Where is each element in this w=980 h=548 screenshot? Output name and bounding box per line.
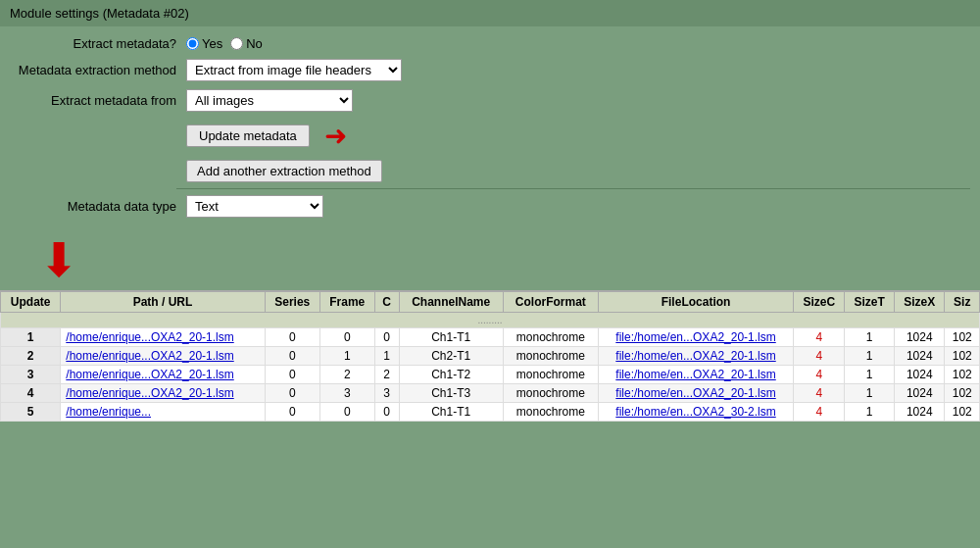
path-cell-3[interactable]: /home/enrique...OXA2_20-1.lsm — [61, 366, 265, 384]
dotted-separator: ......... — [1, 313, 980, 328]
sizex-cell-4: 1024 — [895, 384, 945, 403]
frame-cell-1: 0 — [319, 328, 374, 347]
size-header: Siz — [945, 292, 980, 313]
right-arrow-icon: ➜ — [324, 120, 347, 152]
c-cell-2: 1 — [374, 347, 399, 366]
series-cell-3: 0 — [265, 366, 319, 384]
yes-radio-label[interactable]: Yes — [186, 36, 222, 51]
extract-metadata-row: Extract metadata? Yes No — [0, 36, 980, 51]
data-table: Update Path / URL Series Frame C Channel… — [0, 291, 980, 422]
down-arrow-container: ⬇ — [0, 237, 980, 284]
divider — [176, 188, 970, 189]
extract-metadata-options: Yes No — [186, 36, 263, 51]
channel-cell-3: Ch1-T2 — [399, 366, 503, 384]
colorformat-cell-2: monochrome — [503, 347, 598, 366]
rest-cell-3: 102 — [945, 366, 980, 384]
module-title: Module settings (Metadata #02) — [0, 0, 980, 26]
extraction-method-row: Metadata extraction method Extract from … — [0, 59, 980, 81]
path-cell-5[interactable]: /home/enrique... — [61, 403, 265, 422]
channel-cell-1: Ch1-T1 — [399, 328, 503, 347]
table-body: 1 /home/enrique...OXA2_20-1.lsm 0 0 0 Ch… — [1, 328, 980, 422]
frame-header: Frame — [319, 292, 374, 313]
rest-cell-5: 102 — [945, 403, 980, 422]
table-header-row: Update Path / URL Series Frame C Channel… — [1, 292, 980, 313]
table-row: 2 /home/enrique...OXA2_20-1.lsm 0 1 1 Ch… — [1, 347, 980, 366]
c-cell-4: 3 — [374, 384, 399, 403]
sizet-cell-3: 1 — [845, 366, 895, 384]
series-cell-1: 0 — [265, 328, 319, 347]
table-row: 1 /home/enrique...OXA2_20-1.lsm 0 0 0 Ch… — [1, 328, 980, 347]
extract-from-row: Extract metadata from All images Selecte… — [0, 89, 980, 112]
sizec-cell-2: 4 — [794, 347, 845, 366]
yes-radio[interactable] — [186, 37, 199, 50]
fileloc-cell-3[interactable]: file:/home/en...OXA2_20-1.lsm — [598, 366, 793, 384]
filelocation-header: FileLocation — [598, 292, 793, 313]
table-row: 3 /home/enrique...OXA2_20-1.lsm 0 2 2 Ch… — [1, 366, 980, 384]
colorformat-header: ColorFormat — [503, 292, 598, 313]
sizec-cell-4: 4 — [794, 384, 845, 403]
extract-from-label: Extract metadata from — [10, 93, 186, 108]
datatype-label: Metadata data type — [10, 199, 186, 214]
row-num-5: 5 — [1, 403, 61, 422]
sizec-cell-3: 4 — [794, 366, 845, 384]
channelname-header: ChannelName — [399, 292, 503, 313]
sizex-cell-1: 1024 — [895, 328, 945, 347]
fileloc-cell-4[interactable]: file:/home/en...OXA2_20-1.lsm — [598, 384, 793, 403]
dotted-row: ......... — [1, 313, 980, 328]
fileloc-cell-2[interactable]: file:/home/en...OXA2_20-1.lsm — [598, 347, 793, 366]
sizex-header: SizeX — [895, 292, 945, 313]
colorformat-cell-5: monochrome — [503, 403, 598, 422]
no-radio-label[interactable]: No — [230, 36, 263, 51]
extract-metadata-label: Extract metadata? — [10, 36, 186, 51]
frame-cell-4: 3 — [319, 384, 374, 403]
down-arrow-icon: ⬇ — [39, 237, 78, 284]
channel-cell-4: Ch1-T3 — [399, 384, 503, 403]
sizec-cell-5: 4 — [794, 403, 845, 422]
rest-cell-1: 102 — [945, 328, 980, 347]
sizec-header: SizeC — [794, 292, 845, 313]
sizex-cell-2: 1024 — [895, 347, 945, 366]
frame-cell-5: 0 — [319, 403, 374, 422]
update-header: Update — [1, 292, 61, 313]
update-metadata-button[interactable]: Update metadata — [186, 125, 310, 147]
fileloc-cell-5[interactable]: file:/home/en...OXA2_30-2.lsm — [598, 403, 793, 422]
row-num-4: 4 — [1, 384, 61, 403]
path-cell-4[interactable]: /home/enrique...OXA2_20-1.lsm — [61, 384, 265, 403]
series-cell-2: 0 — [265, 347, 319, 366]
row-num-1: 1 — [1, 328, 61, 347]
sizet-cell-4: 1 — [845, 384, 895, 403]
datatype-select[interactable]: Text Integer Float URL — [186, 195, 323, 218]
extraction-method-label: Metadata extraction method — [10, 63, 186, 77]
series-cell-4: 0 — [265, 384, 319, 403]
sizex-cell-3: 1024 — [895, 366, 945, 384]
add-extraction-row: Add another extraction method — [176, 160, 980, 182]
row-num-3: 3 — [1, 366, 61, 384]
c-cell-3: 2 — [374, 366, 399, 384]
no-label: No — [246, 36, 263, 51]
path-cell-2[interactable]: /home/enrique...OXA2_20-1.lsm — [61, 347, 265, 366]
colorformat-cell-4: monochrome — [503, 384, 598, 403]
add-extraction-button[interactable]: Add another extraction method — [186, 160, 382, 182]
datatype-row: Metadata data type Text Integer Float UR… — [0, 195, 980, 218]
row-num-2: 2 — [1, 347, 61, 366]
channel-cell-2: Ch2-T1 — [399, 347, 503, 366]
sizex-cell-5: 1024 — [895, 403, 945, 422]
series-header: Series — [265, 292, 319, 313]
channel-cell-5: Ch1-T1 — [399, 403, 503, 422]
table-row: 4 /home/enrique...OXA2_20-1.lsm 0 3 3 Ch… — [1, 384, 980, 403]
rest-cell-2: 102 — [945, 347, 980, 366]
table-row: 5 /home/enrique... 0 0 0 Ch1-T1 monochro… — [1, 403, 980, 422]
extraction-method-select[interactable]: Extract from image file headers Extract … — [186, 59, 402, 81]
sizet-cell-5: 1 — [845, 403, 895, 422]
colorformat-cell-1: monochrome — [503, 328, 598, 347]
c-header: C — [374, 292, 399, 313]
fileloc-cell-1[interactable]: file:/home/en...OXA2_20-1.lsm — [598, 328, 793, 347]
extract-from-select[interactable]: All images Selected images — [186, 89, 353, 112]
path-cell-1[interactable]: /home/enrique...OXA2_20-1.lsm — [61, 328, 265, 347]
no-radio[interactable] — [230, 37, 243, 50]
frame-cell-2: 1 — [319, 347, 374, 366]
module-title-text: Module settings (Metadata #02) — [10, 6, 189, 21]
colorformat-cell-3: monochrome — [503, 366, 598, 384]
data-table-container: Update Path / URL Series Frame C Channel… — [0, 290, 980, 422]
sizec-cell-1: 4 — [794, 328, 845, 347]
